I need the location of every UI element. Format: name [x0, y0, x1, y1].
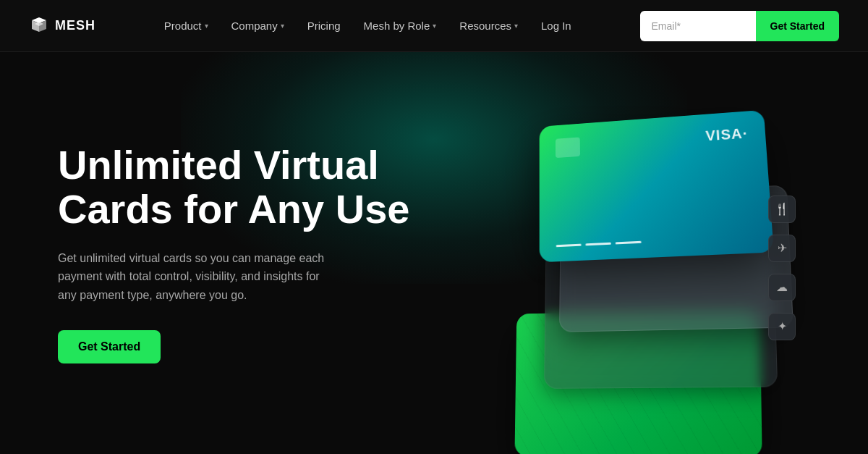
card-icons: 🍴 ✈ ☁ ✦ — [768, 196, 796, 340]
logo-icon — [29, 16, 49, 36]
cloud-icon: ☁ — [768, 274, 796, 301]
nav-pricing[interactable]: Pricing — [297, 14, 351, 38]
cards-illustration: VISA· 🍴 ✈ ☁ ✦ — [477, 101, 825, 405]
card-dashes — [556, 235, 754, 247]
nav-mesh-by-role[interactable]: Mesh by Role ▾ — [354, 14, 447, 38]
chevron-down-icon: ▾ — [281, 22, 284, 30]
hero-title: Unlimited Virtual Cards for Any Use — [58, 143, 434, 232]
logo-text: MESH — [55, 18, 95, 33]
card-chip — [556, 137, 580, 158]
card-visa: VISA· — [540, 109, 774, 261]
nav-login[interactable]: Log In — [531, 14, 582, 38]
nav-resources[interactable]: Resources ▾ — [449, 14, 528, 38]
travel-icon: ✈ — [768, 235, 796, 262]
chevron-down-icon: ▾ — [433, 22, 436, 30]
hero-description: Get unlimited virtual cards so you can m… — [58, 249, 333, 305]
hero-section: Unlimited Virtual Cards for Any Use Get … — [0, 52, 868, 454]
navbar: MESH Product ▾ Company ▾ Pricing Mesh by… — [0, 0, 868, 52]
get-started-button-hero[interactable]: Get Started — [58, 330, 161, 363]
integration-icon: ✦ — [768, 313, 796, 340]
dining-icon: 🍴 — [768, 196, 796, 223]
logo[interactable]: MESH — [29, 16, 95, 36]
hero-content: Unlimited Virtual Cards for Any Use Get … — [58, 143, 434, 364]
chevron-down-icon: ▾ — [514, 22, 518, 30]
nav-links: Product ▾ Company ▾ Pricing Mesh by Role… — [154, 14, 582, 38]
card-stack: VISA· 🍴 ✈ ☁ ✦ — [477, 101, 825, 405]
chevron-down-icon: ▾ — [205, 22, 208, 30]
nav-company[interactable]: Company ▾ — [221, 14, 294, 38]
email-input[interactable] — [640, 11, 756, 41]
nav-cta-group: Get Started — [640, 11, 839, 41]
visa-logo: VISA· — [705, 125, 748, 143]
nav-product[interactable]: Product ▾ — [154, 14, 218, 38]
get-started-button-nav[interactable]: Get Started — [756, 11, 839, 41]
